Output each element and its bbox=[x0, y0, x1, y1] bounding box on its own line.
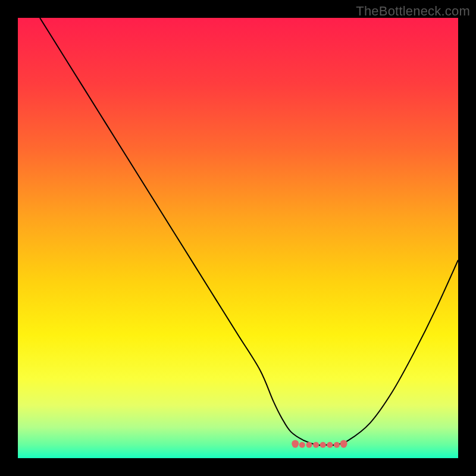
optimal-marker-end bbox=[292, 440, 299, 447]
plot-area bbox=[18, 18, 458, 458]
bottleneck-chart bbox=[18, 18, 458, 458]
optimal-marker bbox=[299, 442, 305, 448]
optimal-marker bbox=[313, 442, 319, 448]
curve-line bbox=[40, 18, 458, 445]
watermark-text: TheBottleneck.com bbox=[356, 4, 470, 19]
optimal-marker-end bbox=[340, 440, 347, 447]
optimal-marker bbox=[334, 442, 340, 448]
optimal-marker bbox=[327, 442, 333, 448]
optimal-marker bbox=[306, 442, 312, 448]
optimal-region-markers bbox=[292, 440, 347, 448]
optimal-marker bbox=[320, 442, 326, 448]
chart-frame: TheBottleneck.com bbox=[0, 0, 476, 476]
